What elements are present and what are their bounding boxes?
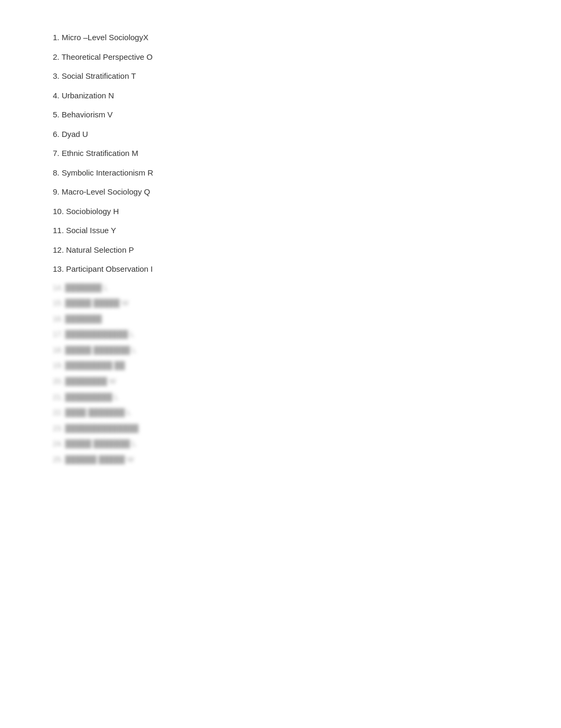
blur-20: 20. ████████ W (53, 376, 519, 387)
item-7: 7. Ethnic Stratification M (53, 148, 519, 160)
blur-22: 22. ████ ███████ L (53, 408, 519, 418)
item-12: 12. Natural Selection P (53, 244, 519, 256)
blur-15: 15. █████ █████ W (53, 298, 519, 309)
page-container: 1. Micro –Level SociologyX2. Theoretical… (0, 0, 561, 502)
visible-list: 1. Micro –Level SociologyX2. Theoretical… (53, 32, 519, 275)
item-3: 3. Social Stratification T (53, 70, 519, 82)
blur-24: 24. █████ ███████ L (53, 439, 519, 449)
item-11: 11. Social Issue Y (53, 225, 519, 237)
blur-18: 18. █████ ███████ L (53, 345, 519, 356)
blur-25: 25. ██████ █████ W (53, 455, 519, 465)
item-8: 8. Symbolic Interactionism R (53, 167, 519, 179)
blur-21: 21. █████████ L (53, 392, 519, 403)
blur-16: 16. ███████ (53, 314, 519, 325)
item-5: 5. Behaviorism V (53, 109, 519, 121)
item-2: 2. Theoretical Perspective O (53, 51, 519, 63)
item-10: 10. Sociobiology H (53, 206, 519, 218)
item-1: 1. Micro –Level SociologyX (53, 32, 519, 44)
item-6: 6. Dyad U (53, 128, 519, 141)
blur-23: 23. ██████████████ (53, 423, 519, 434)
item-9: 9. Macro-Level Sociology Q (53, 186, 519, 198)
item-4: 4. Urbanization N (53, 90, 519, 102)
blur-19: 19. █████████ ██ (53, 361, 519, 371)
blur-17: 17. ████████████ L (53, 329, 519, 340)
blur-14: 14. ███████ L (53, 283, 519, 293)
item-13: 13. Participant Observation I (53, 263, 519, 275)
blurred-list: 14. ███████ L15. █████ █████ W16. ██████… (53, 283, 519, 465)
